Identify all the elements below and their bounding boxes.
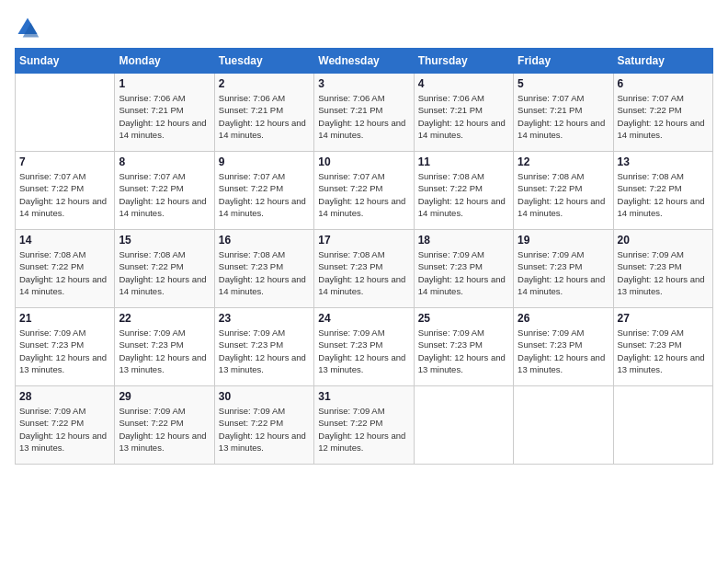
day-cell: 26 Sunrise: 7:09 AMSunset: 7:23 PMDaylig…: [514, 308, 613, 386]
day-number: 16: [219, 234, 310, 247]
day-cell: 9 Sunrise: 7:07 AMSunset: 7:22 PMDayligh…: [214, 152, 313, 230]
day-cell: 12 Sunrise: 7:08 AMSunset: 7:22 PMDaylig…: [514, 152, 613, 230]
day-info: Sunrise: 7:09 AMSunset: 7:23 PMDaylight:…: [618, 249, 705, 296]
day-number: 14: [19, 234, 110, 247]
week-row-1: 1 Sunrise: 7:06 AMSunset: 7:21 PMDayligh…: [16, 74, 713, 152]
day-cell: 13 Sunrise: 7:08 AMSunset: 7:22 PMDaylig…: [613, 152, 712, 230]
day-number: 29: [119, 390, 210, 403]
day-info: Sunrise: 7:07 AMSunset: 7:21 PMDaylight:…: [518, 93, 605, 140]
day-number: 8: [119, 155, 210, 168]
day-number: 30: [219, 390, 310, 403]
day-cell: 4 Sunrise: 7:06 AMSunset: 7:21 PMDayligh…: [414, 74, 513, 152]
day-number: 2: [219, 77, 310, 90]
day-number: 11: [418, 155, 509, 168]
day-cell: 19 Sunrise: 7:09 AMSunset: 7:23 PMDaylig…: [514, 230, 613, 308]
day-info: Sunrise: 7:07 AMSunset: 7:22 PMDaylight:…: [618, 93, 705, 140]
day-info: Sunrise: 7:09 AMSunset: 7:23 PMDaylight:…: [119, 327, 206, 374]
day-number: 1: [119, 77, 210, 90]
day-cell: 22 Sunrise: 7:09 AMSunset: 7:23 PMDaylig…: [115, 308, 214, 386]
week-row-3: 14 Sunrise: 7:08 AMSunset: 7:22 PMDaylig…: [16, 230, 713, 308]
day-info: Sunrise: 7:09 AMSunset: 7:23 PMDaylight:…: [618, 327, 705, 374]
day-info: Sunrise: 7:08 AMSunset: 7:23 PMDaylight:…: [219, 249, 306, 296]
logo: [15, 15, 44, 40]
day-number: 21: [19, 312, 110, 325]
day-cell: 17 Sunrise: 7:08 AMSunset: 7:23 PMDaylig…: [314, 230, 414, 308]
day-info: Sunrise: 7:08 AMSunset: 7:22 PMDaylight:…: [518, 171, 605, 218]
day-cell: 1 Sunrise: 7:06 AMSunset: 7:21 PMDayligh…: [115, 74, 214, 152]
day-cell: 24 Sunrise: 7:09 AMSunset: 7:23 PMDaylig…: [314, 308, 414, 386]
week-row-5: 28 Sunrise: 7:09 AMSunset: 7:22 PMDaylig…: [16, 386, 713, 465]
day-cell: 21 Sunrise: 7:09 AMSunset: 7:23 PMDaylig…: [16, 308, 115, 386]
day-number: 5: [518, 77, 609, 90]
day-info: Sunrise: 7:06 AMSunset: 7:21 PMDaylight:…: [318, 93, 405, 140]
day-info: Sunrise: 7:08 AMSunset: 7:22 PMDaylight:…: [418, 171, 506, 218]
calendar-table: SundayMondayTuesdayWednesdayThursdayFrid…: [15, 48, 713, 465]
col-header-sunday: Sunday: [16, 49, 115, 74]
logo-icon: [15, 15, 40, 40]
week-row-2: 7 Sunrise: 7:07 AMSunset: 7:22 PMDayligh…: [16, 152, 713, 230]
day-cell: 3 Sunrise: 7:06 AMSunset: 7:21 PMDayligh…: [314, 74, 414, 152]
day-cell: [16, 74, 115, 152]
day-info: Sunrise: 7:09 AMSunset: 7:23 PMDaylight:…: [518, 249, 605, 296]
day-cell: 23 Sunrise: 7:09 AMSunset: 7:23 PMDaylig…: [214, 308, 313, 386]
day-info: Sunrise: 7:09 AMSunset: 7:22 PMDaylight:…: [19, 406, 107, 453]
day-info: Sunrise: 7:08 AMSunset: 7:23 PMDaylight:…: [318, 249, 405, 296]
day-info: Sunrise: 7:09 AMSunset: 7:22 PMDaylight:…: [318, 406, 405, 453]
day-number: 7: [19, 155, 110, 168]
day-info: Sunrise: 7:07 AMSunset: 7:22 PMDaylight:…: [19, 171, 107, 218]
day-cell: 15 Sunrise: 7:08 AMSunset: 7:22 PMDaylig…: [115, 230, 214, 308]
col-header-monday: Monday: [115, 49, 214, 74]
day-cell: 27 Sunrise: 7:09 AMSunset: 7:23 PMDaylig…: [613, 308, 712, 386]
day-cell: 14 Sunrise: 7:08 AMSunset: 7:22 PMDaylig…: [16, 230, 115, 308]
day-info: Sunrise: 7:09 AMSunset: 7:23 PMDaylight:…: [418, 249, 506, 296]
day-number: 20: [618, 234, 709, 247]
day-number: 22: [119, 312, 210, 325]
day-number: 4: [418, 77, 509, 90]
day-info: Sunrise: 7:07 AMSunset: 7:22 PMDaylight:…: [219, 171, 306, 218]
day-cell: 20 Sunrise: 7:09 AMSunset: 7:23 PMDaylig…: [613, 230, 712, 308]
day-cell: 7 Sunrise: 7:07 AMSunset: 7:22 PMDayligh…: [16, 152, 115, 230]
day-cell: [514, 386, 613, 465]
day-info: Sunrise: 7:09 AMSunset: 7:23 PMDaylight:…: [219, 327, 306, 374]
day-info: Sunrise: 7:09 AMSunset: 7:23 PMDaylight:…: [518, 327, 605, 374]
day-info: Sunrise: 7:08 AMSunset: 7:22 PMDaylight:…: [19, 249, 107, 296]
day-info: Sunrise: 7:08 AMSunset: 7:22 PMDaylight:…: [119, 249, 206, 296]
calendar-header-row: SundayMondayTuesdayWednesdayThursdayFrid…: [16, 49, 713, 74]
day-info: Sunrise: 7:08 AMSunset: 7:22 PMDaylight:…: [618, 171, 705, 218]
day-number: 18: [418, 234, 509, 247]
day-info: Sunrise: 7:06 AMSunset: 7:21 PMDaylight:…: [418, 93, 506, 140]
day-number: 10: [318, 155, 409, 168]
day-number: 31: [318, 390, 409, 403]
day-info: Sunrise: 7:09 AMSunset: 7:23 PMDaylight:…: [19, 327, 107, 374]
day-cell: 6 Sunrise: 7:07 AMSunset: 7:22 PMDayligh…: [613, 74, 712, 152]
day-cell: 18 Sunrise: 7:09 AMSunset: 7:23 PMDaylig…: [414, 230, 513, 308]
day-cell: [414, 386, 513, 465]
day-number: 19: [518, 234, 609, 247]
day-info: Sunrise: 7:06 AMSunset: 7:21 PMDaylight:…: [119, 93, 206, 140]
day-info: Sunrise: 7:09 AMSunset: 7:23 PMDaylight:…: [418, 327, 506, 374]
day-cell: 31 Sunrise: 7:09 AMSunset: 7:22 PMDaylig…: [314, 386, 414, 465]
day-cell: 29 Sunrise: 7:09 AMSunset: 7:22 PMDaylig…: [115, 386, 214, 465]
day-number: 26: [518, 312, 609, 325]
day-info: Sunrise: 7:07 AMSunset: 7:22 PMDaylight:…: [119, 171, 206, 218]
day-number: 25: [418, 312, 509, 325]
col-header-tuesday: Tuesday: [214, 49, 313, 74]
col-header-friday: Friday: [514, 49, 613, 74]
day-number: 13: [618, 155, 709, 168]
col-header-wednesday: Wednesday: [314, 49, 414, 74]
day-cell: 8 Sunrise: 7:07 AMSunset: 7:22 PMDayligh…: [115, 152, 214, 230]
day-number: 12: [518, 155, 609, 168]
day-number: 17: [318, 234, 409, 247]
day-cell: 10 Sunrise: 7:07 AMSunset: 7:22 PMDaylig…: [314, 152, 414, 230]
day-number: 6: [618, 77, 709, 90]
day-info: Sunrise: 7:09 AMSunset: 7:22 PMDaylight:…: [219, 406, 306, 453]
day-cell: 28 Sunrise: 7:09 AMSunset: 7:22 PMDaylig…: [16, 386, 115, 465]
day-number: 15: [119, 234, 210, 247]
day-info: Sunrise: 7:09 AMSunset: 7:22 PMDaylight:…: [119, 406, 206, 453]
day-number: 28: [19, 390, 110, 403]
day-number: 27: [618, 312, 709, 325]
week-row-4: 21 Sunrise: 7:09 AMSunset: 7:23 PMDaylig…: [16, 308, 713, 386]
col-header-saturday: Saturday: [613, 49, 712, 74]
day-info: Sunrise: 7:07 AMSunset: 7:22 PMDaylight:…: [318, 171, 405, 218]
day-cell: 16 Sunrise: 7:08 AMSunset: 7:23 PMDaylig…: [214, 230, 313, 308]
